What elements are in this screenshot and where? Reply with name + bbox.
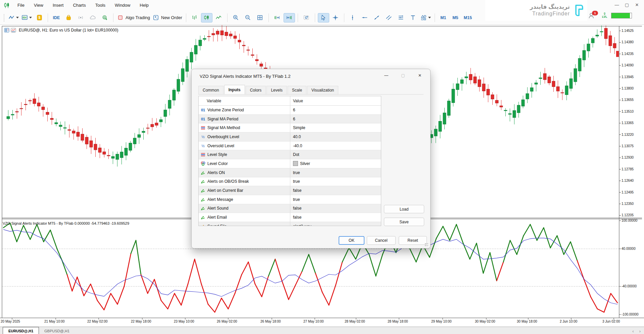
table-row[interactable]: 01Signal MA Period6 (199, 115, 381, 124)
ok-button[interactable]: OK (339, 236, 364, 245)
variable-name: Signal MA Method (207, 125, 290, 130)
dialog-tab-colors[interactable]: Colors (246, 86, 266, 94)
dialog-minimize-button[interactable]: — (378, 70, 395, 80)
chart-profile-button[interactable] (20, 13, 33, 22)
table-row[interactable]: ½Oversold Level-40.0 (199, 142, 381, 151)
menu-help[interactable]: Help (135, 3, 153, 8)
variable-value[interactable]: 40.0 (290, 132, 381, 141)
resize-grip[interactable] (425, 243, 429, 247)
dialog-tab-inputs[interactable]: Inputs (224, 85, 245, 94)
toolbar-separator (298, 13, 298, 22)
variable-value[interactable]: false (290, 186, 381, 195)
channel-button[interactable] (383, 13, 395, 22)
dialog-tab-visualization[interactable]: Visualization (307, 86, 338, 94)
table-row[interactable]: Alerts ONtrue (199, 168, 381, 177)
dialog-close-button[interactable]: ✕ (411, 70, 428, 80)
variable-value[interactable]: false (290, 204, 381, 213)
table-row[interactable]: Alerts on OB/OS Breaktrue (199, 177, 381, 186)
market-button[interactable] (63, 13, 74, 22)
zoom-out-button[interactable] (242, 13, 254, 22)
table-row[interactable]: 01Volume Zone Period6 (199, 106, 381, 115)
cancel-button[interactable]: Cancel (367, 236, 396, 245)
candle-chart-mode-button[interactable] (201, 13, 212, 22)
signals-button[interactable] (75, 13, 86, 22)
price-tick-label: 1.12495 (622, 190, 634, 194)
tf-m5-button[interactable]: M5 (450, 13, 461, 22)
variable-value[interactable]: Simple (290, 123, 381, 132)
toolbar-separator (344, 13, 344, 22)
depth-of-market-icon[interactable] (4, 27, 9, 33)
symbol-tab-gbpusd-h1[interactable]: GBPUSD@,H1 (39, 328, 75, 334)
close-button[interactable]: ✕ (632, 0, 642, 9)
tf-m15-button[interactable]: M15 (462, 13, 474, 22)
save-button[interactable]: Save (384, 218, 424, 226)
ide-button[interactable]: IDE (51, 13, 62, 22)
zoom-in-button[interactable] (230, 13, 242, 22)
bar-chart-mode-button[interactable] (189, 13, 200, 22)
minimize-button[interactable]: — (612, 0, 622, 9)
screenshot-button[interactable] (301, 13, 312, 22)
tab-scroll-left-icon[interactable]: ‹ (632, 329, 634, 333)
lvl-indicator: ⇧ LVL (602, 12, 607, 18)
variable-value[interactable]: true (290, 168, 381, 177)
dialog-tab-scale[interactable]: Scale (288, 86, 306, 94)
variable-name: Sound File (207, 224, 290, 226)
tf-m1-button[interactable]: M1 (438, 13, 449, 22)
table-row[interactable]: ½Overbought Level40.0 (199, 132, 381, 142)
menu-insert[interactable]: Insert (48, 3, 68, 8)
table-row[interactable]: Alert on Current Barfalse (199, 186, 381, 195)
crosshair-button[interactable] (330, 13, 341, 22)
one-click-trading-icon[interactable] (11, 27, 16, 33)
fibonacci-button[interactable] (395, 13, 407, 22)
variable-value[interactable]: Silver (290, 159, 381, 168)
indicators-button[interactable] (7, 13, 20, 22)
table-row[interactable]: Alert Emailfalse (199, 213, 381, 222)
text-tool-button[interactable] (407, 13, 419, 22)
variable-value[interactable]: false (290, 213, 381, 222)
cloud-button[interactable] (87, 13, 98, 22)
shapes-button[interactable] (419, 13, 432, 22)
variable-value[interactable]: 6 (290, 106, 381, 114)
reset-button[interactable]: Reset (399, 236, 427, 245)
variable-value[interactable]: Dot (290, 150, 381, 159)
cursor-button[interactable] (318, 13, 329, 22)
load-button[interactable]: Load (384, 205, 424, 213)
algo-trading-button[interactable]: Algo Trading (116, 13, 151, 22)
table-row[interactable]: Alert Soundfalse (199, 204, 381, 213)
tile-windows-button[interactable] (254, 13, 266, 22)
menu-file[interactable]: File (13, 3, 29, 8)
variable-value[interactable]: 6 (290, 115, 381, 123)
toolbar-separator (435, 13, 435, 22)
tab-scroll-right-icon[interactable]: › (639, 329, 641, 333)
menu-charts[interactable]: Charts (68, 3, 90, 8)
table-row[interactable]: Level StyleDot (199, 150, 381, 159)
variable-value[interactable]: -40.0 (290, 142, 381, 150)
community-button[interactable] (99, 13, 110, 22)
shift-end-right-button[interactable] (271, 13, 283, 22)
menu-tools[interactable]: Tools (91, 3, 110, 8)
table-row[interactable]: Alert Messagetrue (199, 195, 381, 204)
toolbar-drag-handle[interactable] (3, 14, 5, 22)
menu-window[interactable]: Window (110, 3, 135, 8)
trendline-button[interactable] (371, 13, 383, 22)
dialog-maximize-button[interactable]: ▢ (395, 70, 411, 80)
menu-view[interactable]: View (29, 3, 48, 8)
line-chart-mode-button[interactable] (213, 13, 225, 22)
new-order-button[interactable]: New Order (152, 13, 183, 22)
dialog-tab-common[interactable]: Common (198, 86, 224, 94)
table-row[interactable]: abSound Filealert2.wav (199, 222, 381, 226)
table-row[interactable]: Signal MA MethodSimple (199, 123, 381, 132)
variable-value[interactable]: true (290, 177, 381, 186)
horizontal-line-button[interactable] (359, 13, 370, 22)
table-row[interactable]: Level ColorSilver (199, 159, 381, 168)
chart-shift-button[interactable] (284, 13, 295, 22)
market-watch-button[interactable]: $ (34, 13, 45, 22)
symbol-tab-eurusd-h1[interactable]: EURUSD@,H1 (3, 327, 39, 334)
variable-value[interactable]: alert2.wav (290, 222, 381, 226)
maximize-button[interactable]: ▢ (622, 0, 632, 9)
vertical-line-button[interactable] (347, 13, 358, 22)
notifications-icon[interactable]: 1 (588, 11, 597, 20)
dialog-title-bar[interactable]: VZO Signal Alerts Indicator MT5 - By TFl… (192, 69, 430, 83)
dialog-tab-levels[interactable]: Levels (266, 86, 287, 94)
variable-value[interactable]: true (290, 195, 381, 204)
